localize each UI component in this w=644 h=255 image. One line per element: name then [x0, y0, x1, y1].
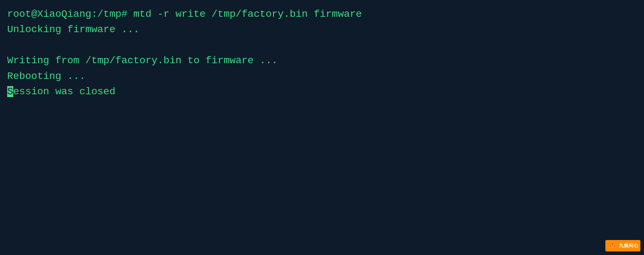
- terminal-line-6-rest: ession was closed: [13, 86, 116, 97]
- terminal-line-2: Unlocking firmware ...: [7, 22, 637, 37]
- terminal-window: root@XiaoQiang:/tmp# mtd -r write /tmp/f…: [0, 0, 644, 255]
- terminal-line-4: Writing from /tmp/factory.bin to firmwar…: [7, 53, 637, 68]
- terminal-line-empty: [7, 38, 637, 53]
- cursor: S: [7, 86, 13, 97]
- terminal-line-5: Rebooting ...: [7, 69, 637, 84]
- watermark-fox-icon: [608, 241, 618, 251]
- watermark-label: 九狐问心: [619, 242, 638, 249]
- svg-point-2: [613, 245, 614, 246]
- watermark-box: 九狐问心: [605, 240, 640, 251]
- terminal-line-6: Session was closed: [7, 84, 637, 99]
- watermark: 九狐问心: [605, 240, 640, 251]
- terminal-line-1: root@XiaoQiang:/tmp# mtd -r write /tmp/f…: [7, 6, 637, 22]
- svg-point-1: [611, 245, 612, 246]
